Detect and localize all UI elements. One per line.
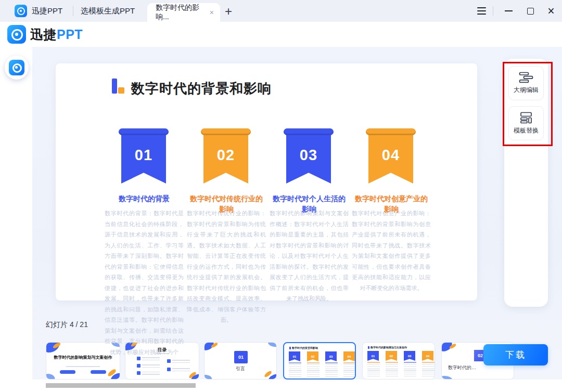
- tab-current-document[interactable]: 数字时代的影响... ×: [147, 3, 220, 22]
- slide-counter: 幻灯片 4 / 21: [46, 320, 88, 330]
- brand-title: 迅捷PPT: [30, 26, 83, 43]
- controls-separator: [493, 6, 493, 16]
- tab-home[interactable]: 迅捷PPT: [15, 0, 62, 22]
- ribbon-04: 04: [368, 128, 413, 184]
- mini-text-column: [404, 364, 416, 376]
- ribbon-number: 03: [300, 147, 317, 164]
- mini-heading: [343, 362, 356, 363]
- ribbon-number: 04: [382, 147, 400, 164]
- decor-shape: [267, 342, 277, 348]
- mini-heading: [307, 362, 320, 363]
- section-body-3: 数字时代的影响策划与文案创作概述：数字时代对个人生活的影响是重要的主题，其包括对…: [270, 208, 349, 304]
- tab-home-label: 迅捷PPT: [32, 6, 62, 16]
- section-heading-1: 数字时代的背景: [105, 193, 184, 204]
- mini-heading: [289, 362, 301, 363]
- thumbnail-slide-4-selected[interactable]: 数字时代的背景和影响 01 02 03 04: [283, 342, 356, 380]
- section-body-2: 数字时代对传统行业的影响：数字时代的背景和影响为传统行业带来了巨大的挑战和机遇。…: [187, 208, 266, 325]
- thumbnail-subtitle-line: [66, 366, 100, 367]
- toc-item: [137, 364, 163, 369]
- tab-template-generate-label: 选模板生成PPT: [81, 6, 135, 16]
- thumbnail-section-label: 数字时代的…: [448, 364, 476, 371]
- mini-text-column: [386, 364, 398, 376]
- mini-slide-title: 数字时代的影响策划与文案创作: [368, 346, 407, 349]
- mini-ribbon: 02: [386, 351, 397, 361]
- app-logo-icon: [15, 5, 27, 17]
- mini-heading: [386, 362, 398, 363]
- thumbnail-slide-5[interactable]: 数字时代的影响策划与文案创作 01 02 03 04: [362, 342, 435, 380]
- minimize-button[interactable]: [501, 0, 516, 22]
- outline-edit-button[interactable]: 大纲编辑: [508, 66, 544, 100]
- thumbnail-section-number: 01: [234, 351, 248, 363]
- mini-ribbon: 01: [289, 351, 300, 361]
- section-body-4: 数字时代对创意产业的影响：数字时代的背景和影响为创意产业提供了前所未有的机遇，同…: [352, 208, 431, 293]
- left-sidebar: [0, 47, 32, 392]
- thumbnail-section-label: 引言: [205, 365, 276, 372]
- tab-separator: [73, 6, 73, 16]
- template-replace-label: 模板替换: [514, 126, 539, 135]
- mini-ribbon: 04: [343, 351, 355, 361]
- mini-heading: [422, 362, 435, 363]
- section-heading-4: 数字时代对创意产业的影响: [352, 193, 431, 214]
- mini-ribbon: 03: [404, 351, 415, 361]
- decor-shape: [441, 374, 453, 380]
- assistant-logo-button[interactable]: [5, 56, 29, 80]
- tab-current-document-label: 数字时代的影响...: [156, 3, 210, 22]
- toc-item: [167, 368, 193, 373]
- toc-item: [137, 357, 163, 362]
- thumbnail-pill: [60, 370, 75, 374]
- mini-text-column: [343, 364, 356, 377]
- toc-item: [137, 371, 163, 376]
- mini-text-column: [367, 364, 380, 376]
- mini-ribbon: 04: [422, 351, 433, 361]
- menu-icon[interactable]: [472, 0, 490, 22]
- mini-heading: [325, 362, 338, 363]
- decor-shape: [204, 373, 213, 380]
- template-replace-icon: [519, 112, 533, 124]
- decor-shape: [46, 372, 56, 380]
- close-button[interactable]: ×: [543, 0, 559, 22]
- mini-ribbon: 01: [367, 351, 379, 361]
- toc-item: [167, 359, 193, 364]
- outline-edit-label: 大纲编辑: [514, 86, 539, 95]
- mini-text-column: [289, 364, 301, 377]
- brand-logo-icon: [7, 25, 26, 44]
- maximize-button[interactable]: [522, 0, 538, 22]
- app-window: 迅捷PPT 选模板生成PPT × 数字时代的影响... × + × 迅捷PPT …: [0, 0, 562, 392]
- tab-close-icon[interactable]: ×: [210, 9, 214, 16]
- tab-bar: 迅捷PPT 选模板生成PPT × 数字时代的影响... × + ×: [0, 0, 562, 22]
- ribbon-number: 02: [217, 147, 235, 164]
- template-replace-button[interactable]: 模板替换: [508, 106, 544, 140]
- ribbon-02: 02: [203, 128, 248, 184]
- mini-heading: [404, 362, 416, 363]
- section-body-1: 数字时代的背景：数字时代是当前信息化社会的特殊阶段，源于信息技术的发展和应用，为…: [105, 208, 184, 357]
- thumbnail-pill: [91, 370, 106, 374]
- app-header: 迅捷PPT: [0, 22, 562, 47]
- mini-slide-title: 数字时代的背景和影响: [289, 346, 318, 349]
- mini-ribbon: 02: [307, 351, 318, 361]
- slide-title-bullet-icon: [112, 79, 125, 94]
- ribbon-number: 01: [135, 147, 152, 164]
- mini-text-column: [422, 364, 435, 376]
- slide-title: 数字时代的背景和影响: [131, 80, 272, 98]
- mini-text-column: [307, 364, 320, 377]
- tab-template-generate[interactable]: 选模板生成PPT ×: [81, 0, 154, 22]
- ribbon-03: 03: [286, 128, 331, 184]
- thumbnail-slide-3[interactable]: 01 引言: [204, 342, 277, 380]
- horizontal-scrollbar-thumb[interactable]: [46, 383, 196, 388]
- mini-text-column: [325, 364, 338, 377]
- outline-edit-icon: [519, 72, 533, 83]
- app-logo-icon: [9, 60, 24, 75]
- download-button[interactable]: 下载: [483, 344, 548, 365]
- mini-ribbon: 03: [325, 351, 337, 361]
- mini-heading: [367, 362, 380, 363]
- ribbon-01: 01: [121, 128, 166, 184]
- new-tab-button[interactable]: +: [225, 4, 232, 19]
- section-heading-3: 数字时代对个人生活的影响: [270, 193, 349, 214]
- section-heading-2: 数字时代对传统行业的影响: [187, 193, 266, 214]
